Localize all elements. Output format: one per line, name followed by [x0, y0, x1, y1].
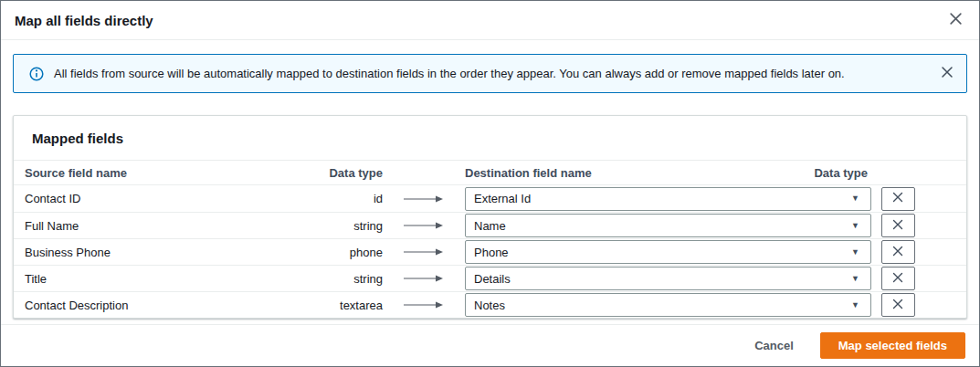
table-row: Business Phone phone Phone ▼: [14, 238, 966, 265]
close-icon: [892, 192, 903, 205]
cancel-button[interactable]: Cancel: [753, 335, 796, 356]
arrow-right-icon: [388, 194, 459, 204]
source-field-name: Title: [25, 272, 301, 286]
source-field-name: Full Name: [25, 219, 301, 233]
header-source-field-name: Source field name: [25, 166, 301, 180]
modal-close-button[interactable]: [947, 10, 964, 30]
map-selected-fields-button[interactable]: Map selected fields: [820, 332, 965, 359]
source-data-type: textarea: [301, 299, 388, 312]
source-field-name: Business Phone: [25, 246, 301, 259]
mapped-fields-rows: Contact ID id External Id ▼ Full Name st…: [14, 185, 966, 318]
source-data-type: string: [301, 272, 388, 286]
destination-field-select[interactable]: Phone ▼: [465, 240, 871, 264]
table-row: Full Name string Name ▼: [14, 212, 966, 238]
remove-mapping-button[interactable]: [881, 293, 915, 317]
destination-field-select[interactable]: Details ▼: [465, 267, 871, 290]
mapped-fields-title: Mapped fields: [14, 116, 966, 160]
modal-header: Map all fields directly: [1, 1, 979, 40]
info-alert: All fields from source will be automatic…: [13, 54, 967, 93]
close-icon: [892, 299, 903, 312]
arrow-right-icon: [388, 274, 459, 283]
remove-mapping-button[interactable]: [881, 187, 915, 211]
mapped-fields-card: Mapped fields Source field name Data typ…: [13, 115, 967, 319]
map-fields-modal: Map all fields directly All fields from …: [0, 0, 980, 367]
destination-field-select[interactable]: Notes ▼: [465, 293, 871, 317]
chevron-down-icon: ▼: [851, 301, 859, 309]
close-icon: [892, 246, 903, 259]
arrow-right-icon: [388, 300, 459, 309]
modal-body: All fields from source will be automatic…: [1, 40, 979, 324]
table-header-row: Source field name Data type Destination …: [14, 160, 966, 185]
remove-mapping-button[interactable]: [881, 214, 915, 237]
close-icon: [941, 66, 954, 81]
source-data-type: id: [301, 192, 388, 205]
header-destination-field-name: Destination field name: [465, 166, 592, 180]
arrow-right-icon: [388, 247, 459, 257]
alert-dismiss-button[interactable]: [939, 64, 955, 83]
destination-field-value: Name: [474, 219, 506, 233]
destination-field-value: Phone: [474, 246, 509, 259]
header-source-data-type: Data type: [301, 166, 388, 180]
source-data-type: phone: [301, 246, 388, 259]
destination-field-value: Notes: [474, 299, 505, 312]
destination-field-select[interactable]: External Id ▼: [465, 187, 871, 211]
destination-field-value: Details: [474, 272, 511, 286]
modal-title: Map all fields directly: [15, 11, 153, 30]
close-icon: [949, 12, 963, 28]
header-destination-data-type: Data type: [814, 166, 868, 180]
close-icon: [892, 219, 903, 233]
alert-message: All fields from source will be automatic…: [54, 65, 929, 83]
destination-field-select[interactable]: Name ▼: [465, 214, 871, 237]
table-row: Contact ID id External Id ▼: [14, 185, 966, 212]
destination-field-value: External Id: [474, 192, 531, 205]
close-icon: [892, 272, 903, 286]
arrow-right-icon: [388, 221, 459, 230]
chevron-down-icon: ▼: [851, 194, 859, 203]
table-row: Title string Details ▼: [14, 265, 966, 291]
chevron-down-icon: ▼: [851, 222, 859, 230]
source-field-name: Contact ID: [25, 192, 301, 205]
modal-footer: Cancel Map selected fields: [1, 324, 979, 366]
source-field-name: Contact Description: [25, 299, 301, 312]
remove-mapping-button[interactable]: [881, 240, 915, 264]
info-circle-icon: [29, 67, 44, 81]
remove-mapping-button[interactable]: [881, 267, 915, 290]
table-row: Contact Description textarea Notes ▼: [14, 291, 966, 318]
chevron-down-icon: ▼: [851, 248, 859, 257]
chevron-down-icon: ▼: [851, 275, 859, 283]
source-data-type: string: [301, 219, 388, 233]
